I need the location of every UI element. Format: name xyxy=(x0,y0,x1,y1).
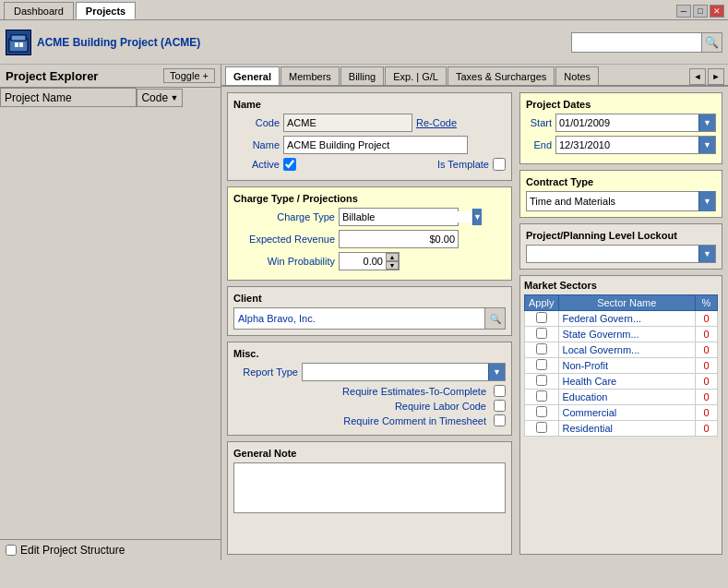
tab-scroll-right[interactable]: ► xyxy=(708,68,724,85)
market-apply-checkbox[interactable] xyxy=(536,328,547,339)
planning-level-title: Project/Planning Level Lockout xyxy=(526,230,716,241)
client-section-title: Client xyxy=(233,293,506,304)
require-etc-checkbox[interactable] xyxy=(494,385,506,397)
market-sector-row: Commercial 0 xyxy=(525,405,718,421)
sector-name: Federal Govern... xyxy=(558,311,695,327)
general-note-title: General Note xyxy=(233,448,506,459)
svg-rect-3 xyxy=(19,42,23,47)
charge-type-input[interactable] xyxy=(340,211,472,222)
market-apply-checkbox[interactable] xyxy=(536,343,547,354)
edit-project-structure-checkbox[interactable] xyxy=(6,545,17,556)
misc-section-title: Misc. xyxy=(233,348,506,359)
require-labor-checkbox[interactable] xyxy=(494,400,506,412)
tab-general[interactable]: General xyxy=(225,66,280,85)
expected-revenue-label: Expected Revenue xyxy=(233,234,335,245)
require-etc-label: Require Estimates-To-Complete xyxy=(342,386,486,397)
start-date-label: Start xyxy=(526,117,552,128)
market-sectors-title: Market Sectors xyxy=(524,280,718,291)
client-search-icon: 🔍 xyxy=(490,314,501,324)
tab-exp-gl[interactable]: Exp. | G/L xyxy=(385,66,447,85)
contract-type-input[interactable] xyxy=(527,196,698,207)
planning-level-input[interactable] xyxy=(527,248,698,259)
code-header: Code ▼ xyxy=(137,89,183,107)
sector-name-header: Sector Name xyxy=(558,295,695,311)
charge-type-label: Charge Type xyxy=(233,211,335,222)
project-name-header: Project Name xyxy=(1,89,137,107)
sector-name: Local Governm... xyxy=(558,342,695,358)
sector-name: Education xyxy=(558,390,695,405)
client-search-button[interactable]: 🔍 xyxy=(484,308,505,329)
tab-scroll-left[interactable]: ◄ xyxy=(689,68,706,85)
project-dates-title: Project Dates xyxy=(526,99,716,110)
end-date-input[interactable] xyxy=(556,139,698,150)
spin-down-button[interactable]: ▼ xyxy=(386,261,399,270)
recode-link[interactable]: Re-Code xyxy=(416,117,457,128)
expected-revenue-input[interactable] xyxy=(339,230,459,248)
market-sector-row: Residential 0 xyxy=(525,421,718,437)
market-apply-checkbox[interactable] xyxy=(536,406,547,417)
sector-name: State Governm... xyxy=(558,327,695,342)
is-template-checkbox[interactable] xyxy=(493,158,506,171)
active-checkbox[interactable] xyxy=(283,158,296,171)
search-button[interactable]: 🔍 xyxy=(701,33,722,52)
tab-projects[interactable]: Projects xyxy=(76,2,136,19)
contract-type-dropdown[interactable]: ▼ xyxy=(698,191,715,211)
name-input[interactable] xyxy=(283,136,468,154)
active-label: Active xyxy=(233,159,280,170)
tab-dashboard[interactable]: Dashboard xyxy=(4,2,74,19)
code-label: Code xyxy=(233,117,280,128)
start-date-input[interactable] xyxy=(556,117,698,128)
win-probability-input[interactable] xyxy=(340,253,386,270)
tab-taxes[interactable]: Taxes & Surcharges xyxy=(448,66,555,85)
planning-level-dropdown[interactable]: ▼ xyxy=(698,246,715,262)
edit-project-structure-label: Edit Project Structure xyxy=(20,544,125,557)
client-input[interactable] xyxy=(234,313,484,324)
market-sector-row: Local Governm... 0 xyxy=(525,342,718,358)
market-apply-checkbox[interactable] xyxy=(536,312,547,323)
search-icon: 🔍 xyxy=(705,36,719,49)
sector-name: Residential xyxy=(558,421,695,437)
report-type-input[interactable] xyxy=(303,366,488,378)
market-apply-checkbox[interactable] xyxy=(536,359,547,370)
maximize-button[interactable]: □ xyxy=(693,5,708,18)
report-type-label: Report Type xyxy=(233,366,298,378)
require-comment-label: Require Comment in Timesheet xyxy=(343,415,486,426)
close-button[interactable]: ✕ xyxy=(710,5,724,18)
search-input[interactable] xyxy=(572,33,701,52)
market-sector-row: Non-Profit 0 xyxy=(525,358,718,374)
sector-pct: 0 xyxy=(696,311,718,327)
code-input[interactable] xyxy=(283,114,412,132)
name-section-title: Name xyxy=(233,99,506,110)
market-sector-row: State Governm... 0 xyxy=(525,327,718,342)
project-explorer-title: Project Explorer xyxy=(6,69,98,83)
sector-name: Commercial xyxy=(558,405,695,421)
sector-pct: 0 xyxy=(696,342,718,358)
charge-section-title: Charge Type / Projections xyxy=(233,193,506,204)
tab-members[interactable]: Members xyxy=(280,66,340,85)
start-date-dropdown[interactable]: ▼ xyxy=(698,114,715,131)
market-apply-checkbox[interactable] xyxy=(536,390,547,402)
name-label: Name xyxy=(233,139,280,150)
charge-type-dropdown[interactable]: ▼ xyxy=(472,209,482,225)
svg-rect-2 xyxy=(15,42,18,47)
market-apply-checkbox[interactable] xyxy=(536,422,547,433)
tab-billing[interactable]: Billing xyxy=(340,66,384,85)
sort-icon[interactable]: ▼ xyxy=(170,93,178,102)
sector-pct: 0 xyxy=(696,405,718,421)
tab-notes[interactable]: Notes xyxy=(555,66,599,85)
require-comment-checkbox[interactable] xyxy=(494,414,506,426)
app-logo xyxy=(6,30,31,55)
minimize-button[interactable]: ─ xyxy=(676,5,691,18)
general-note-textarea[interactable] xyxy=(233,462,506,513)
toggle-button[interactable]: Toggle + xyxy=(163,68,215,83)
require-labor-label: Require Labor Code xyxy=(395,401,486,412)
report-type-dropdown[interactable]: ▼ xyxy=(488,364,505,380)
pct-header: % xyxy=(696,295,718,311)
market-apply-checkbox[interactable] xyxy=(536,375,547,386)
sector-name: Non-Profit xyxy=(558,358,695,374)
spin-up-button[interactable]: ▲ xyxy=(386,253,399,261)
end-date-dropdown[interactable]: ▼ xyxy=(698,137,715,153)
sector-pct: 0 xyxy=(696,390,718,405)
sector-pct: 0 xyxy=(696,358,718,374)
project-tree xyxy=(0,107,221,539)
